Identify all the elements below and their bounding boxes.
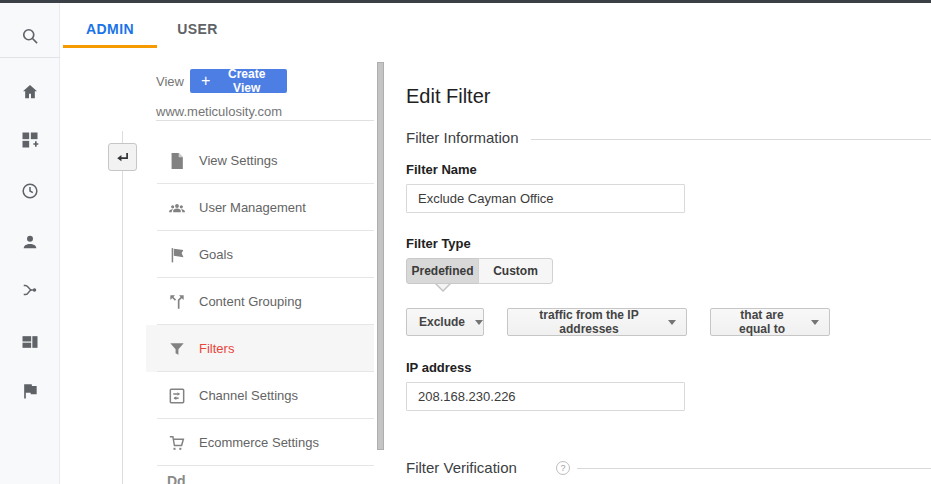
menu-item-goals[interactable]: Goals <box>146 231 374 278</box>
split-icon <box>167 292 187 312</box>
left-nav-rail <box>0 3 60 484</box>
view-menu-scrollbar[interactable] <box>377 62 384 450</box>
page-title: Edit Filter <box>406 85 490 108</box>
user-icon[interactable] <box>20 232 40 252</box>
filter-type-predefined-button[interactable]: Predefined <box>406 258 479 284</box>
filter-information-heading: Filter Information <box>406 129 519 146</box>
recents-clock-icon[interactable] <box>20 181 40 201</box>
filter-expression-dropdown[interactable]: that are equal to <box>710 308 830 336</box>
column-divider-line <box>122 131 123 484</box>
view-column-label: View <box>156 74 184 89</box>
dd-icon: Dd <box>167 473 186 484</box>
file-icon <box>167 151 187 171</box>
attribution-icon[interactable] <box>20 280 40 300</box>
menu-item-calculated-metrics[interactable]: Dd <box>146 466 374 484</box>
chevron-down-icon <box>475 320 483 325</box>
view-settings-menu: View Settings User Management Goals Cont… <box>146 137 374 484</box>
browser-top-strip <box>0 0 931 3</box>
cart-icon <box>167 433 187 453</box>
filter-expression-value: that are equal to <box>723 308 801 336</box>
menu-item-label: Content Grouping <box>199 294 302 309</box>
menu-item-channel-settings[interactable]: Channel Settings <box>146 372 374 419</box>
collapse-arrow-icon <box>114 149 131 166</box>
menu-item-label: User Management <box>199 200 306 215</box>
tab-admin[interactable]: ADMIN <box>63 10 157 48</box>
site-divider <box>156 120 374 121</box>
help-icon[interactable]: ? <box>556 461 570 475</box>
plus-icon: + <box>201 73 210 89</box>
filter-name-label: Filter Name <box>406 162 477 177</box>
active-tab-notch-fill <box>437 284 449 290</box>
people-icon <box>167 198 187 218</box>
ip-address-input[interactable] <box>406 382 685 411</box>
filter-name-input[interactable] <box>406 184 685 213</box>
admin-flag-icon[interactable] <box>20 381 40 401</box>
chevron-down-icon <box>668 320 676 325</box>
create-view-button[interactable]: + Create View <box>190 69 287 93</box>
tab-admin-underline <box>63 45 157 48</box>
filter-information-rule <box>531 139 931 140</box>
menu-item-user-management[interactable]: User Management <box>146 184 374 231</box>
rail-divider <box>0 57 60 58</box>
filter-verification-rule <box>577 468 931 469</box>
menu-item-label: Ecommerce Settings <box>199 435 319 450</box>
create-view-label: Create View <box>217 67 276 95</box>
goal-flag-icon <box>167 245 187 265</box>
menu-item-label: Channel Settings <box>199 388 298 403</box>
filter-action-dropdown[interactable]: Exclude <box>406 308 484 336</box>
customization-icon[interactable] <box>20 130 40 150</box>
home-icon[interactable] <box>20 82 40 102</box>
menu-item-view-settings[interactable]: View Settings <box>146 137 374 184</box>
filter-source-dropdown[interactable]: traffic from the IP addresses <box>507 308 687 336</box>
discover-icon[interactable] <box>20 332 40 352</box>
ga-admin-window: ADMIN USER View + Create View www.meticu… <box>0 0 931 484</box>
tab-user[interactable]: USER <box>160 10 235 48</box>
filter-type-label: Filter Type <box>406 236 471 251</box>
view-site-name: www.meticulosity.com <box>156 104 282 119</box>
filter-type-custom-button[interactable]: Custom <box>478 258 553 284</box>
menu-item-label: Filters <box>199 341 234 356</box>
menu-item-label: View Settings <box>199 153 278 168</box>
search-icon[interactable] <box>20 26 40 46</box>
filter-verification-heading: Filter Verification <box>406 459 517 476</box>
menu-item-ecommerce-settings[interactable]: Ecommerce Settings <box>146 419 374 466</box>
filter-source-value: traffic from the IP addresses <box>520 308 658 336</box>
collapse-column-button[interactable] <box>108 143 137 171</box>
menu-item-label: Goals <box>199 247 233 262</box>
menu-item-content-grouping[interactable]: Content Grouping <box>146 278 374 325</box>
funnel-icon <box>167 339 187 359</box>
filter-action-value: Exclude <box>419 315 465 329</box>
chevron-down-icon <box>811 320 819 325</box>
channel-icon <box>167 386 187 406</box>
menu-item-filters[interactable]: Filters <box>146 325 374 372</box>
ip-address-label: IP address <box>406 360 472 375</box>
